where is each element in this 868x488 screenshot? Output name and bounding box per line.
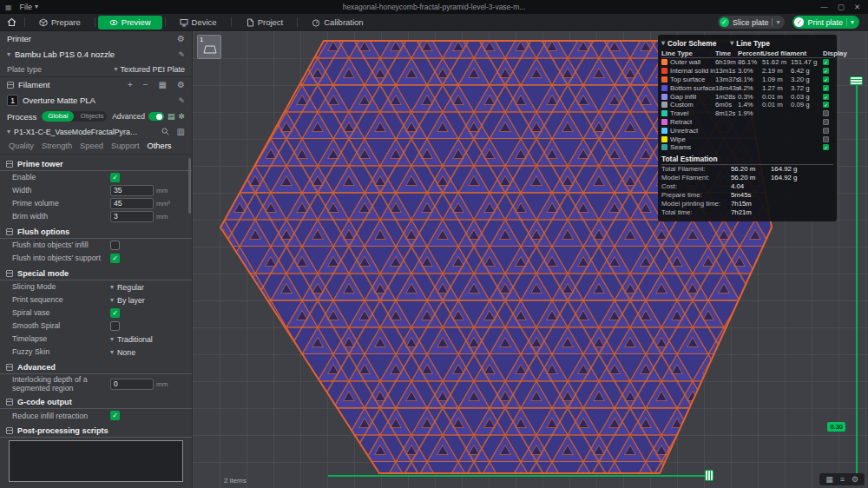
edit-printer-icon[interactable]: ✎: [178, 50, 185, 59]
chevron-down-icon[interactable]: ▾: [851, 19, 854, 26]
display-checkbox[interactable]: ✓: [823, 76, 829, 82]
select[interactable]: ▾None: [110, 348, 135, 357]
scrollbar[interactable]: [188, 158, 191, 214]
search-icon[interactable]: [161, 128, 169, 135]
param-tab-quality[interactable]: Quality: [9, 142, 34, 150]
add-filament-button[interactable]: +: [128, 81, 133, 89]
reset-icon[interactable]: ✲: [178, 112, 185, 121]
file-menu[interactable]: File ▾: [16, 0, 43, 14]
print-plate-button[interactable]: ✓ Print plate ▾: [792, 16, 859, 29]
compare-presets-icon[interactable]: ▤: [168, 112, 175, 121]
section-header[interactable]: Flush options: [0, 226, 192, 239]
edit-filament-icon[interactable]: ✎: [178, 96, 185, 105]
display-checkbox[interactable]: ✓: [823, 94, 829, 100]
value-input[interactable]: 3: [110, 211, 154, 222]
chevron-down-icon[interactable]: ▾: [776, 19, 779, 26]
total-estimation-header: Total Estimation: [661, 155, 833, 165]
legend-used_g: 3.20 g: [791, 76, 823, 83]
tab-device[interactable]: Device: [168, 16, 228, 30]
select[interactable]: ▾By layer: [110, 296, 145, 305]
color-swatch: [661, 144, 667, 150]
preview-3d-viewport[interactable]: 1 ▾ Color Scheme ▾ Line Type Line Type T…: [193, 31, 868, 488]
display-checkbox[interactable]: [823, 136, 829, 142]
plate-type-select[interactable]: ▾ Textured PEI Plate: [114, 65, 185, 74]
color-scheme-panel: ▾ Color Scheme ▾ Line Type Line Type Tim…: [658, 35, 837, 221]
select[interactable]: ▾Regular: [110, 283, 144, 292]
process-scope-toggle[interactable]: Global Objects: [42, 111, 107, 122]
flush-matrix-icon[interactable]: ▦: [159, 81, 167, 89]
process-preset-select[interactable]: ▾ P1-X1-C-E_VaseModeFractalPyramid_04Noz…: [0, 124, 192, 139]
section-header[interactable]: Post-processing scripts: [0, 425, 192, 438]
move-slider-handle[interactable]: [705, 470, 713, 481]
filament-icon: [7, 82, 14, 89]
tab-preview[interactable]: Preview: [98, 16, 162, 30]
param-tab-speed[interactable]: Speed: [80, 142, 103, 150]
param-tab-strength[interactable]: Strength: [42, 142, 72, 150]
section-header[interactable]: Advanced: [0, 361, 192, 374]
display-checkbox[interactable]: [823, 110, 829, 116]
object-list-icon[interactable]: ≡: [840, 475, 845, 484]
total-row: Model printing time:7h15m: [661, 200, 833, 208]
grid-view-icon[interactable]: ▦: [825, 475, 833, 484]
param-tab-support[interactable]: Support: [111, 142, 140, 150]
layer-slider-handle[interactable]: [850, 76, 863, 85]
minimize-button[interactable]: —: [820, 3, 828, 11]
filament-settings-gear-icon[interactable]: ⚙: [177, 81, 185, 89]
checkbox[interactable]: ✓: [110, 411, 120, 420]
setting-control: 35mm: [110, 185, 187, 196]
display-checkbox[interactable]: ✓: [823, 144, 829, 150]
param-tab-others[interactable]: Others: [148, 142, 172, 150]
section-header[interactable]: Special mode: [0, 267, 192, 280]
checkbox[interactable]: ✓: [110, 254, 120, 263]
printer-select[interactable]: ▾ Bambu Lab P1S 0.4 nozzle ✎: [0, 46, 192, 63]
line-type-label: Seams: [670, 143, 691, 151]
checkbox[interactable]: [110, 321, 120, 331]
select[interactable]: ▾Traditional: [110, 335, 153, 344]
items-count-label: 2 items: [224, 477, 247, 485]
close-button[interactable]: ✕: [854, 3, 860, 11]
value-input[interactable]: 35: [110, 185, 154, 196]
section-header[interactable]: G-code output: [0, 396, 192, 409]
maximize-button[interactable]: ▢: [838, 3, 845, 11]
value-input[interactable]: 0: [110, 379, 154, 390]
display-checkbox[interactable]: ✓: [823, 59, 829, 65]
display-checkbox[interactable]: [823, 119, 829, 125]
remove-filament-button[interactable]: −: [143, 81, 148, 89]
filament-row[interactable]: 1 Overture Matte PLA ✎: [0, 92, 192, 109]
display-checkbox[interactable]: ✓: [823, 85, 829, 91]
scope-global[interactable]: Global: [42, 111, 74, 122]
setting-label: Fuzzy Skin: [12, 347, 110, 356]
color-scheme-select[interactable]: ▾ Color Scheme: [661, 39, 716, 48]
plate-thumbnail[interactable]: 1: [197, 35, 221, 59]
display-checkbox[interactable]: ✓: [823, 68, 829, 74]
checkbox[interactable]: ✓: [110, 308, 120, 318]
chevron-down-icon: ▾: [661, 40, 665, 47]
home-tab[interactable]: [0, 17, 23, 27]
legend-column-headers: Line Type Time Percent Used filament Dis…: [661, 49, 833, 58]
tab-prepare[interactable]: Prepare: [28, 16, 92, 30]
layer-slider-track[interactable]: [856, 82, 858, 474]
section-header[interactable]: Prime tower: [0, 158, 192, 171]
device-icon: [180, 18, 188, 27]
setting-label: Width: [12, 186, 110, 195]
slice-plate-button[interactable]: ✓ Slice plate ▾: [718, 16, 786, 29]
move-slider-track[interactable]: [328, 475, 710, 477]
printer-settings-gear-icon[interactable]: ⚙: [177, 35, 185, 43]
legend-time: 18m43s: [715, 84, 738, 92]
display-checkbox[interactable]: ✓: [823, 102, 829, 108]
line-type-label: Bottom surface: [670, 84, 715, 92]
total-row: Cost:4.04: [661, 182, 833, 191]
post-processing-scripts-input[interactable]: [9, 440, 183, 482]
checkbox[interactable]: [110, 241, 120, 250]
scope-objects[interactable]: Objects: [74, 111, 107, 122]
value-input[interactable]: 45: [110, 198, 154, 209]
settings-gear-icon[interactable]: ⚙: [852, 475, 858, 484]
display-checkbox[interactable]: [823, 128, 829, 134]
advanced-toggle[interactable]: [148, 112, 164, 121]
section-icon: [6, 399, 13, 406]
tab-calibration[interactable]: Calibration: [300, 16, 374, 30]
checkbox[interactable]: ✓: [110, 173, 120, 182]
tab-project[interactable]: Project: [234, 16, 295, 30]
line-type-select[interactable]: ▾ Line Type: [730, 39, 769, 48]
preset-list-icon[interactable]: ▥: [177, 128, 185, 136]
